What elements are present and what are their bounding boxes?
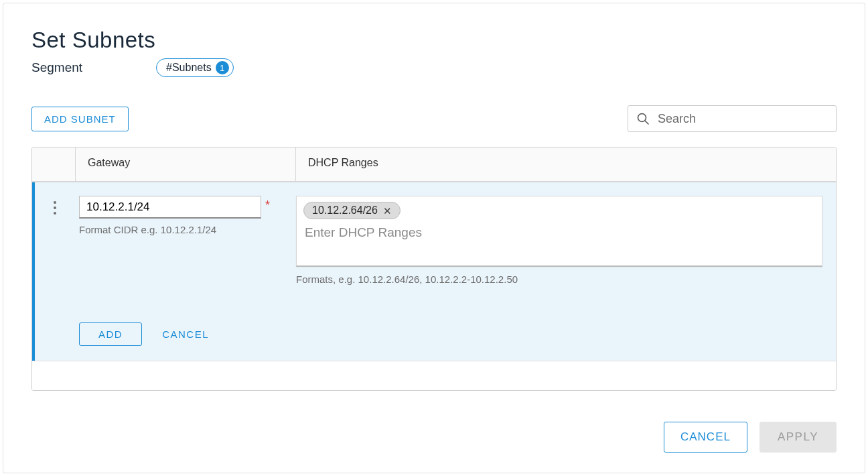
required-indicator-icon: * xyxy=(265,198,270,213)
dhcp-range-tag: 10.12.2.64/26 ✕ xyxy=(303,202,401,219)
remove-tag-icon[interactable]: ✕ xyxy=(383,206,392,216)
toolbar: ADD SUBNET xyxy=(31,105,837,132)
svg-line-1 xyxy=(645,121,648,124)
dhcp-ranges-box[interactable]: 10.12.2.64/26 ✕ xyxy=(296,196,822,267)
table-header: Gateway DHCP Ranges xyxy=(32,147,836,182)
row-add-button[interactable]: ADD xyxy=(79,322,142,346)
set-subnets-modal: Set Subnets Segment #Subnets 1 ADD SUBNE… xyxy=(3,3,865,473)
search-field[interactable] xyxy=(628,105,837,132)
add-subnet-button[interactable]: ADD SUBNET xyxy=(31,107,129,131)
dhcp-hint: Formats, e.g. 10.12.2.64/26, 10.12.2.2-1… xyxy=(296,274,822,285)
subnets-table: Gateway DHCP Ranges * Format CIDR e.g. 1… xyxy=(31,147,837,391)
column-header-dhcp: DHCP Ranges xyxy=(296,147,836,181)
gateway-input[interactable] xyxy=(79,196,261,219)
segment-label: Segment xyxy=(31,60,82,75)
page-title: Set Subnets xyxy=(31,27,837,53)
table-row: * Format CIDR e.g. 10.12.2.1/24 ADD CANC… xyxy=(32,182,836,361)
cancel-button[interactable]: CANCEL xyxy=(664,422,747,453)
subnets-chip-count: 1 xyxy=(216,61,229,74)
dhcp-range-tag-label: 10.12.2.64/26 xyxy=(312,204,378,217)
apply-button: APPLY xyxy=(760,422,837,453)
gateway-cell: * Format CIDR e.g. 10.12.2.1/24 ADD CANC… xyxy=(75,196,296,346)
column-header-gateway: Gateway xyxy=(75,147,296,181)
subnets-chip-label: #Subnets xyxy=(166,62,212,74)
table-empty-row xyxy=(32,361,836,390)
dhcp-cell: 10.12.2.64/26 ✕ Formats, e.g. 10.12.2.64… xyxy=(296,196,826,285)
search-input[interactable] xyxy=(656,111,828,127)
gateway-hint: Format CIDR e.g. 10.12.2.1/24 xyxy=(79,224,285,235)
dhcp-ranges-input[interactable] xyxy=(303,225,815,241)
row-actions-menu-icon[interactable] xyxy=(49,200,61,216)
segment-line: Segment #Subnets 1 xyxy=(31,58,837,77)
modal-footer: CANCEL APPLY xyxy=(664,422,837,453)
row-cancel-button[interactable]: CANCEL xyxy=(159,323,212,345)
search-icon xyxy=(636,112,650,125)
subnets-chip[interactable]: #Subnets 1 xyxy=(156,58,234,77)
